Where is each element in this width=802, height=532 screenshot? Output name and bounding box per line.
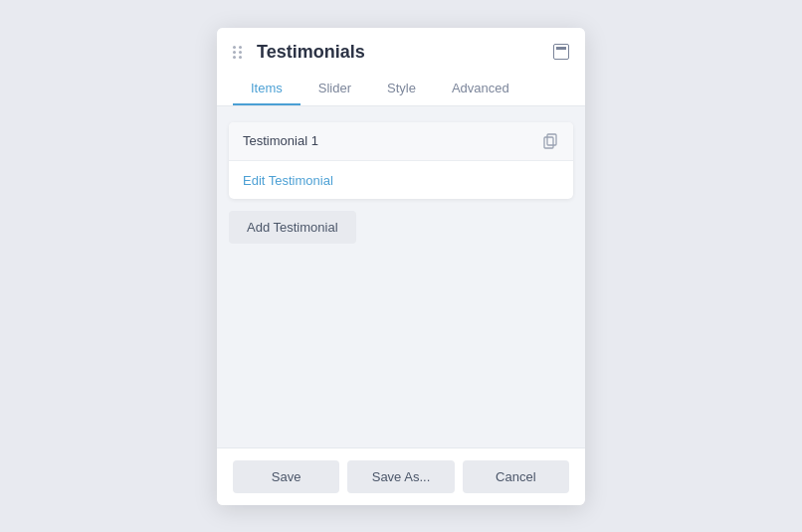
save-as-button[interactable]: Save As... bbox=[347, 460, 454, 493]
tabs-container: Items Slider Style Advanced bbox=[233, 73, 569, 105]
drag-handle-icon[interactable] bbox=[233, 46, 243, 59]
testimonial-title: Testimonial 1 bbox=[243, 133, 318, 148]
copy-icon[interactable] bbox=[541, 132, 559, 150]
panel-header: Testimonials Items Slider Style Advanced bbox=[217, 28, 585, 106]
tab-advanced[interactable]: Advanced bbox=[434, 73, 527, 105]
tab-style[interactable]: Style bbox=[369, 73, 434, 105]
save-button[interactable]: Save bbox=[233, 460, 339, 493]
testimonial-card-header: Testimonial 1 bbox=[229, 122, 573, 161]
panel: Testimonials Items Slider Style Advanced… bbox=[217, 28, 585, 505]
panel-body: Testimonial 1 Edit Testimonial Add Testi… bbox=[217, 106, 585, 447]
add-testimonial-button[interactable]: Add Testimonial bbox=[229, 211, 356, 244]
maximize-icon[interactable] bbox=[553, 44, 569, 60]
panel-title-text: Testimonials bbox=[257, 42, 365, 63]
testimonial-card: Testimonial 1 Edit Testimonial bbox=[229, 122, 573, 199]
tab-slider[interactable]: Slider bbox=[301, 73, 369, 105]
edit-testimonial-link[interactable]: Edit Testimonial bbox=[243, 173, 333, 188]
panel-footer: Save Save As... Cancel bbox=[217, 447, 585, 505]
svg-rect-1 bbox=[544, 137, 553, 148]
testimonial-card-body: Edit Testimonial bbox=[229, 161, 573, 199]
cancel-button[interactable]: Cancel bbox=[463, 460, 569, 493]
panel-title: Testimonials bbox=[233, 42, 365, 63]
panel-title-row: Testimonials bbox=[233, 42, 569, 63]
svg-rect-0 bbox=[547, 134, 556, 145]
tab-items[interactable]: Items bbox=[233, 73, 301, 105]
body-spacer bbox=[229, 256, 573, 432]
